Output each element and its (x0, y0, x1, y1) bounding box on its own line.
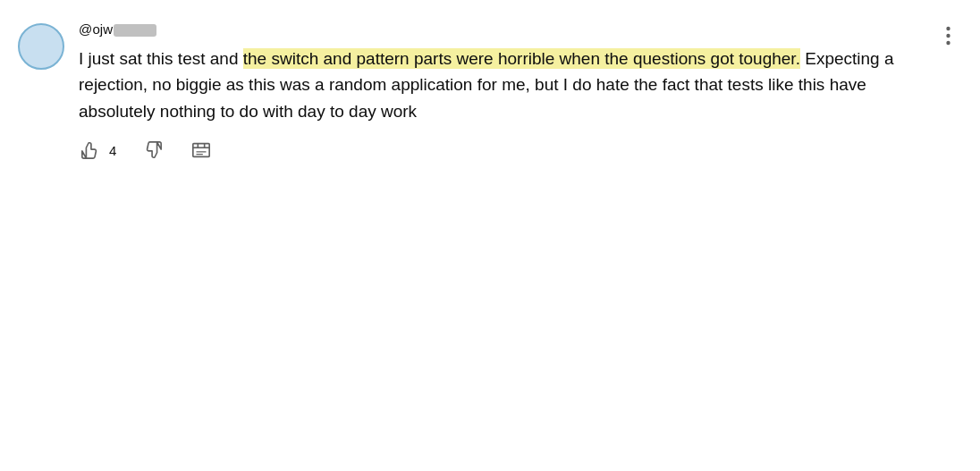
thumbs-up-icon (79, 139, 102, 162)
avatar (18, 23, 64, 70)
reply-button[interactable] (190, 139, 213, 162)
username-blur (114, 24, 156, 37)
like-count: 4 (109, 143, 116, 158)
comment-card: @ojw I just sat this test and the switch… (18, 21, 962, 162)
svg-point-1 (946, 27, 950, 30)
comment-header: @ojw (79, 21, 962, 37)
comment-body: @ojw I just sat this test and the switch… (79, 21, 962, 162)
comment-text: I just sat this test and the switch and … (79, 46, 901, 124)
text-highlighted: the switch and pattern parts were horrib… (243, 48, 800, 69)
username-text: @ojw (79, 21, 113, 37)
thumbs-down-icon (141, 139, 165, 162)
text-before-highlight: I just sat this test and (79, 49, 243, 68)
dislike-button[interactable] (141, 139, 165, 162)
like-button[interactable]: 4 (79, 139, 116, 162)
username[interactable]: @ojw (79, 21, 156, 37)
comment-actions: 4 (79, 139, 962, 162)
reply-icon (190, 139, 213, 162)
svg-point-3 (946, 41, 950, 45)
svg-point-2 (946, 34, 950, 38)
more-options-button[interactable] (934, 21, 962, 50)
